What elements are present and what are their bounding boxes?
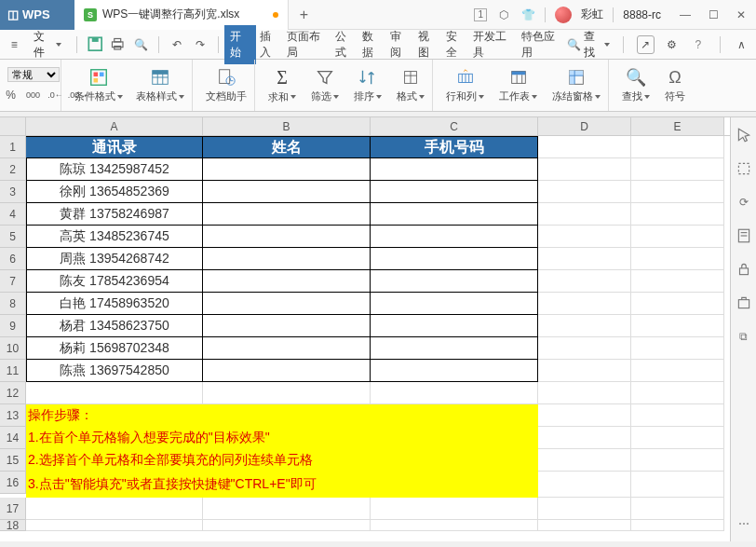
tab-insert[interactable]: 插入 [256,25,284,64]
cell[interactable] [538,315,631,337]
tab-special[interactable]: 特色应用 [518,25,565,64]
select-all-corner[interactable] [0,117,26,135]
save-icon[interactable] [87,35,103,54]
new-tab-button[interactable]: + [289,7,318,23]
skin-icon[interactable]: 👕 [520,7,535,22]
cell[interactable]: 白艳 17458963520 [26,293,203,315]
col-header-d[interactable]: D [538,117,631,135]
avatar[interactable] [555,7,572,23]
cell[interactable] [631,270,724,293]
instruction-step[interactable]: 1.在首个单元格输入想要完成的"目标效果" [26,427,538,449]
cell[interactable] [631,181,724,203]
select-icon[interactable] [736,160,752,177]
cell[interactable] [203,158,371,181]
comma-icon[interactable]: 000 [24,86,43,104]
cell[interactable] [538,337,631,360]
col-header-c[interactable]: C [371,117,538,135]
cell[interactable] [538,158,631,181]
cell[interactable] [203,360,371,382]
format-button[interactable]: 格式 [393,67,428,103]
cell[interactable] [631,315,724,337]
property-icon[interactable] [736,227,752,244]
undo-icon[interactable]: ↶ [169,35,185,54]
tab-devtools[interactable]: 开发工具 [469,25,517,64]
cell[interactable] [371,360,538,382]
tab-formula[interactable]: 公式 [331,25,359,64]
freeze-button[interactable]: 冻结窗格 [548,67,604,103]
cell[interactable]: 陈友 17854236954 [26,270,203,293]
table-style-button[interactable]: 表格样式 [132,67,188,103]
cell[interactable]: 黄群 13758246987 [26,203,203,226]
instruction-step[interactable]: 3.点击"智能填充"或者直接按快捷键"CTRL+E"即可 [26,472,538,498]
cell[interactable]: 姓名 [203,136,371,158]
col-header-b[interactable]: B [203,117,371,135]
cell[interactable] [371,248,538,270]
row-header[interactable]: 2 [0,158,26,181]
hex-icon[interactable]: ⬡ [496,7,511,22]
backup-icon[interactable] [736,294,752,311]
row-header[interactable]: 3 [0,181,26,203]
cell[interactable]: 周燕 13954268742 [26,248,203,270]
cell[interactable] [538,181,631,203]
cell[interactable] [203,293,371,315]
cell[interactable]: 陈燕 13697542850 [26,360,203,382]
cell[interactable] [371,293,538,315]
symbol-button[interactable]: Ω 符号 [661,68,689,103]
cell[interactable] [538,248,631,270]
row-header[interactable]: 10 [0,337,26,360]
print-icon[interactable] [109,35,126,54]
cell[interactable]: 手机号码 [371,136,538,158]
cell[interactable]: 高英 13485236745 [26,226,203,248]
cell[interactable] [538,226,631,248]
cell[interactable] [538,203,631,226]
row-header[interactable]: 5 [0,226,26,248]
tab-security[interactable]: 安全 [442,25,470,64]
window-count-box[interactable]: 1 [474,8,487,21]
row-header[interactable]: 11 [0,360,26,382]
cell[interactable] [203,226,371,248]
cell[interactable] [203,203,371,226]
cursor-icon[interactable] [736,127,752,144]
filter-button[interactable]: 筛选 [307,67,343,103]
cell[interactable] [371,337,538,360]
maximize-icon[interactable]: ☐ [706,7,721,22]
cell[interactable] [203,337,371,360]
refresh-icon[interactable]: ⟳ [736,194,752,211]
instruction-title[interactable]: 操作步骤： [26,404,538,427]
rowcol-button[interactable]: 行和列 [442,67,488,103]
cell[interactable] [631,337,724,360]
cell[interactable] [631,360,724,382]
attach-icon[interactable]: ⧉ [736,328,752,345]
minimize-icon[interactable]: ― [678,7,693,22]
row-header[interactable]: 4 [0,203,26,226]
app-menu-icon[interactable]: ≡ [6,35,22,54]
row-header[interactable]: 8 [0,293,26,315]
cell[interactable] [203,248,371,270]
user-name[interactable]: 彩虹 [581,7,603,22]
redo-icon[interactable]: ↷ [192,35,209,54]
close-icon[interactable]: ✕ [734,7,749,22]
help-icon[interactable]: ? [690,35,707,54]
cell[interactable] [538,293,631,315]
settings-icon[interactable]: ⚙ [664,35,681,54]
file-menu[interactable]: 文件 [28,27,67,62]
cell[interactable]: 陈琼 13425987452 [26,158,203,181]
tab-data[interactable]: 数据 [358,25,386,64]
tab-review[interactable]: 审阅 [386,25,414,64]
cell[interactable] [371,226,538,248]
cell[interactable]: 杨莉 15698702348 [26,337,203,360]
preview-icon[interactable]: 🔍 [132,35,149,54]
row-header[interactable]: 1 [0,136,26,158]
tab-view[interactable]: 视图 [414,25,442,64]
cell[interactable] [631,136,724,158]
lock-icon[interactable] [736,261,752,278]
share-icon[interactable]: ↗ [637,35,654,54]
cell[interactable] [631,293,724,315]
cell[interactable] [631,158,724,181]
cell[interactable] [371,270,538,293]
collapse-ribbon-icon[interactable]: ∧ [734,35,750,54]
sum-button[interactable]: Σ 求和 [264,67,300,104]
cell[interactable] [538,270,631,293]
cell[interactable] [631,203,724,226]
cell[interactable] [631,248,724,270]
